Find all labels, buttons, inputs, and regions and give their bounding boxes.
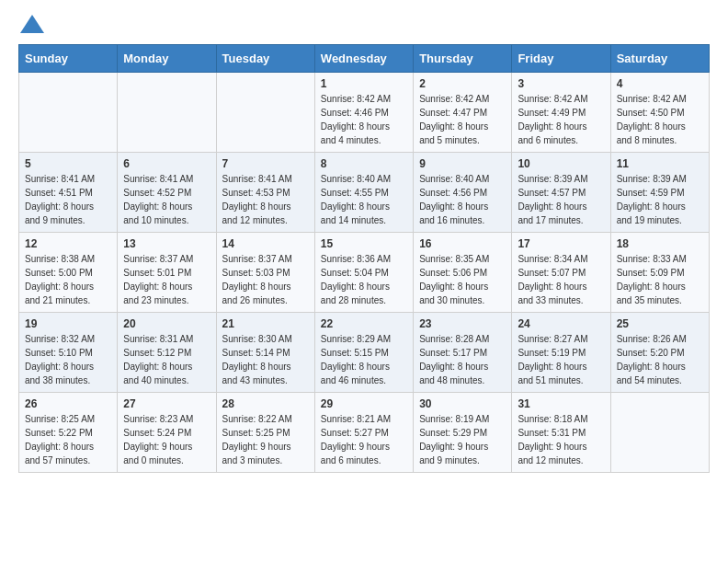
page-container: SundayMondayTuesdayWednesdayThursdayFrid… xyxy=(0,0,728,482)
day-number: 31 xyxy=(518,397,604,410)
calendar-row: 5Sunrise: 8:41 AM Sunset: 4:51 PM Daylig… xyxy=(19,153,710,233)
header-sunday: Sunday xyxy=(19,45,118,73)
header-friday: Friday xyxy=(512,45,610,73)
calendar-cell: 9Sunrise: 8:40 AM Sunset: 4:56 PM Daylig… xyxy=(414,153,512,233)
day-number: 19 xyxy=(25,317,111,330)
day-info: Sunrise: 8:29 AM Sunset: 5:15 PM Dayligh… xyxy=(321,332,407,387)
day-number: 23 xyxy=(419,317,506,330)
day-info: Sunrise: 8:42 AM Sunset: 4:49 PM Dayligh… xyxy=(518,92,604,147)
calendar-cell: 15Sunrise: 8:36 AM Sunset: 5:04 PM Dayli… xyxy=(314,233,413,313)
day-number: 10 xyxy=(518,157,604,170)
day-number: 8 xyxy=(321,157,407,170)
calendar-cell: 26Sunrise: 8:25 AM Sunset: 5:22 PM Dayli… xyxy=(19,393,118,473)
header-thursday: Thursday xyxy=(414,45,512,73)
day-number: 30 xyxy=(419,397,506,410)
calendar-cell: 16Sunrise: 8:35 AM Sunset: 5:06 PM Dayli… xyxy=(414,233,512,313)
calendar-cell: 11Sunrise: 8:39 AM Sunset: 4:59 PM Dayli… xyxy=(610,153,709,233)
day-info: Sunrise: 8:41 AM Sunset: 4:53 PM Dayligh… xyxy=(222,172,309,227)
calendar-cell: 7Sunrise: 8:41 AM Sunset: 4:53 PM Daylig… xyxy=(216,153,314,233)
day-number: 26 xyxy=(25,397,111,410)
calendar-cell: 4Sunrise: 8:42 AM Sunset: 4:50 PM Daylig… xyxy=(610,73,709,153)
day-info: Sunrise: 8:31 AM Sunset: 5:12 PM Dayligh… xyxy=(123,332,210,387)
day-number: 17 xyxy=(518,237,604,250)
day-number: 29 xyxy=(321,397,407,410)
day-info: Sunrise: 8:35 AM Sunset: 5:06 PM Dayligh… xyxy=(419,252,506,307)
day-info: Sunrise: 8:38 AM Sunset: 5:00 PM Dayligh… xyxy=(25,252,111,307)
calendar-cell: 10Sunrise: 8:39 AM Sunset: 4:57 PM Dayli… xyxy=(512,153,610,233)
calendar-cell: 2Sunrise: 8:42 AM Sunset: 4:47 PM Daylig… xyxy=(414,73,512,153)
calendar-cell: 25Sunrise: 8:26 AM Sunset: 5:20 PM Dayli… xyxy=(610,313,709,393)
day-number: 25 xyxy=(617,317,703,330)
day-info: Sunrise: 8:19 AM Sunset: 5:29 PM Dayligh… xyxy=(419,412,506,467)
day-number: 21 xyxy=(222,317,309,330)
svg-marker-0 xyxy=(20,15,44,33)
header-row: SundayMondayTuesdayWednesdayThursdayFrid… xyxy=(19,45,710,73)
calendar-cell: 19Sunrise: 8:32 AM Sunset: 5:10 PM Dayli… xyxy=(19,313,118,393)
calendar-cell: 23Sunrise: 8:28 AM Sunset: 5:17 PM Dayli… xyxy=(414,313,512,393)
calendar-cell: 6Sunrise: 8:41 AM Sunset: 4:52 PM Daylig… xyxy=(118,153,216,233)
calendar-cell: 24Sunrise: 8:27 AM Sunset: 5:19 PM Dayli… xyxy=(512,313,610,393)
day-number: 12 xyxy=(25,237,111,250)
calendar-row: 1Sunrise: 8:42 AM Sunset: 4:46 PM Daylig… xyxy=(19,73,710,153)
calendar-cell: 20Sunrise: 8:31 AM Sunset: 5:12 PM Dayli… xyxy=(118,313,216,393)
logo-icon xyxy=(20,15,44,33)
day-number: 16 xyxy=(419,237,506,250)
calendar-header: SundayMondayTuesdayWednesdayThursdayFrid… xyxy=(19,45,710,73)
day-number: 7 xyxy=(222,157,309,170)
calendar-cell: 18Sunrise: 8:33 AM Sunset: 5:09 PM Dayli… xyxy=(610,233,709,313)
day-number: 28 xyxy=(222,397,309,410)
day-number: 3 xyxy=(518,77,604,90)
day-info: Sunrise: 8:33 AM Sunset: 5:09 PM Dayligh… xyxy=(617,252,703,307)
day-number: 1 xyxy=(321,77,407,90)
calendar-cell: 29Sunrise: 8:21 AM Sunset: 5:27 PM Dayli… xyxy=(314,393,413,473)
day-number: 20 xyxy=(123,317,210,330)
calendar-table: SundayMondayTuesdayWednesdayThursdayFrid… xyxy=(18,44,710,473)
calendar-cell xyxy=(610,393,709,473)
day-info: Sunrise: 8:40 AM Sunset: 4:56 PM Dayligh… xyxy=(419,172,506,227)
day-info: Sunrise: 8:39 AM Sunset: 4:57 PM Dayligh… xyxy=(518,172,604,227)
day-info: Sunrise: 8:37 AM Sunset: 5:01 PM Dayligh… xyxy=(123,252,210,307)
calendar-cell: 12Sunrise: 8:38 AM Sunset: 5:00 PM Dayli… xyxy=(19,233,118,313)
calendar-cell: 5Sunrise: 8:41 AM Sunset: 4:51 PM Daylig… xyxy=(19,153,118,233)
day-number: 24 xyxy=(518,317,604,330)
day-info: Sunrise: 8:28 AM Sunset: 5:17 PM Dayligh… xyxy=(419,332,506,387)
day-number: 4 xyxy=(617,77,703,90)
day-info: Sunrise: 8:37 AM Sunset: 5:03 PM Dayligh… xyxy=(222,252,309,307)
day-info: Sunrise: 8:32 AM Sunset: 5:10 PM Dayligh… xyxy=(25,332,111,387)
day-info: Sunrise: 8:18 AM Sunset: 5:31 PM Dayligh… xyxy=(518,412,604,467)
calendar-cell: 17Sunrise: 8:34 AM Sunset: 5:07 PM Dayli… xyxy=(512,233,610,313)
day-info: Sunrise: 8:30 AM Sunset: 5:14 PM Dayligh… xyxy=(222,332,309,387)
header-monday: Monday xyxy=(118,45,216,73)
day-info: Sunrise: 8:21 AM Sunset: 5:27 PM Dayligh… xyxy=(321,412,407,467)
calendar-cell: 8Sunrise: 8:40 AM Sunset: 4:55 PM Daylig… xyxy=(314,153,413,233)
header xyxy=(18,15,710,31)
calendar-cell xyxy=(216,73,314,153)
day-number: 2 xyxy=(419,77,506,90)
day-info: Sunrise: 8:23 AM Sunset: 5:24 PM Dayligh… xyxy=(123,412,210,467)
calendar-cell: 27Sunrise: 8:23 AM Sunset: 5:24 PM Dayli… xyxy=(118,393,216,473)
day-info: Sunrise: 8:41 AM Sunset: 4:52 PM Dayligh… xyxy=(123,172,210,227)
day-number: 9 xyxy=(419,157,506,170)
day-info: Sunrise: 8:26 AM Sunset: 5:20 PM Dayligh… xyxy=(617,332,703,387)
calendar-row: 12Sunrise: 8:38 AM Sunset: 5:00 PM Dayli… xyxy=(19,233,710,313)
day-number: 18 xyxy=(617,237,703,250)
calendar-row: 19Sunrise: 8:32 AM Sunset: 5:10 PM Dayli… xyxy=(19,313,710,393)
calendar-cell: 31Sunrise: 8:18 AM Sunset: 5:31 PM Dayli… xyxy=(512,393,610,473)
day-number: 13 xyxy=(123,237,210,250)
day-info: Sunrise: 8:41 AM Sunset: 4:51 PM Dayligh… xyxy=(25,172,111,227)
day-number: 15 xyxy=(321,237,407,250)
day-number: 11 xyxy=(617,157,703,170)
day-number: 14 xyxy=(222,237,309,250)
calendar-cell: 13Sunrise: 8:37 AM Sunset: 5:01 PM Dayli… xyxy=(118,233,216,313)
day-info: Sunrise: 8:27 AM Sunset: 5:19 PM Dayligh… xyxy=(518,332,604,387)
calendar-cell xyxy=(118,73,216,153)
calendar-cell: 3Sunrise: 8:42 AM Sunset: 4:49 PM Daylig… xyxy=(512,73,610,153)
day-info: Sunrise: 8:42 AM Sunset: 4:47 PM Dayligh… xyxy=(419,92,506,147)
calendar-cell: 21Sunrise: 8:30 AM Sunset: 5:14 PM Dayli… xyxy=(216,313,314,393)
calendar-cell xyxy=(19,73,118,153)
header-wednesday: Wednesday xyxy=(314,45,413,73)
calendar-cell: 30Sunrise: 8:19 AM Sunset: 5:29 PM Dayli… xyxy=(414,393,512,473)
calendar-body: 1Sunrise: 8:42 AM Sunset: 4:46 PM Daylig… xyxy=(19,73,710,473)
logo xyxy=(18,15,44,31)
day-info: Sunrise: 8:39 AM Sunset: 4:59 PM Dayligh… xyxy=(617,172,703,227)
